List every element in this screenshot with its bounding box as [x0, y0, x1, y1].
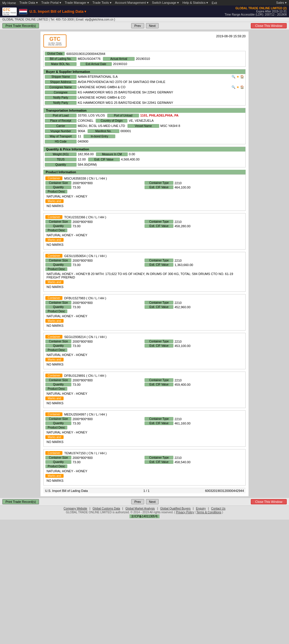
- close-button-bottom[interactable]: Close This Window: [251, 499, 287, 504]
- product-desc-value-1: NATURAL HONEY - HONEY: [45, 233, 244, 237]
- close-button-top[interactable]: Close This Window: [251, 23, 287, 28]
- nav-exit[interactable]: Exit: [212, 1, 217, 5]
- header-right: GLOBAL TRADE ONLINE LIMITED (2) Expire A…: [225, 7, 287, 16]
- container-type-label-3: Container Type: [144, 301, 173, 305]
- content-logo: GTC GLOBAL TRADEONLINE LIMITED: [43, 34, 66, 47]
- container-badge-2: Container: [45, 254, 62, 258]
- transport-title: Transportation Information: [44, 108, 245, 113]
- vessel-name-label: Vessel Name: [127, 124, 159, 128]
- quantity-label-0: Quantity: [45, 185, 71, 189]
- footer-privacy[interactable]: Privacy Policy: [176, 511, 194, 514]
- product-block-0: Container MSCU6358338 ( CN / L / HH ) Co…: [43, 174, 246, 211]
- container-size-label-7: Container Size: [45, 456, 71, 460]
- estcif-label-1: Estl. CIF Value: [144, 224, 173, 228]
- nav-trademanager[interactable]: Trade Manager ▾: [65, 1, 89, 5]
- next-button-top[interactable]: Next: [146, 23, 159, 28]
- print-button-bottom[interactable]: Print Trade Record(s): [2, 499, 39, 504]
- quantity-estcif-row-2: Quantity 73.00 Estl. CIF Value 1,363,660…: [45, 263, 244, 267]
- consignee-value: KG HAMMOORER WEG 25 BARGTEHEIDE SH 22941…: [78, 91, 244, 94]
- container-row-7: Container TEMU3747150 ( CN / L / HH ): [45, 451, 244, 455]
- footer-link-contact[interactable]: Contact Us: [211, 507, 225, 510]
- star-icon-consignee[interactable]: ★: [236, 85, 239, 89]
- nav-switchlang[interactable]: Switch Language ▾: [152, 1, 179, 5]
- home-icon-consignee[interactable]: 🏠: [240, 85, 244, 89]
- star-icon-shipper[interactable]: ★: [236, 75, 239, 79]
- weight-row: Weight (KG) 182,958.00 Measure In CM 0.0…: [44, 152, 245, 157]
- top-navigation: My Home Trade Data ▾ Trade Portal ▾ Trad…: [0, 0, 289, 5]
- transport-section: Transportation Information Port of Load …: [43, 108, 246, 144]
- footer-link-buyers[interactable]: Global Qualified Buyers: [160, 507, 190, 510]
- container-type-value-5: 2210: [175, 379, 181, 382]
- estcif-value-5: 459,400.00: [175, 383, 190, 386]
- bottom-page-info: 1 / 1: [143, 489, 149, 492]
- notify1-label: Notify Party: [45, 96, 77, 99]
- port-unload-value: 1101, PHILADELPHIA, PA: [140, 114, 178, 117]
- container-type-value-1: 2210: [175, 220, 181, 224]
- footer-terms[interactable]: Terms & Conditions: [196, 511, 221, 514]
- container-type-value-7: 2210: [175, 456, 181, 460]
- search-icon-consignee[interactable]: 🔍: [231, 85, 236, 89]
- quantity-label-5: Quantity: [45, 383, 71, 386]
- container-size-type-row-3: Container Size 2000*800*800 Container Ty…: [45, 301, 244, 305]
- nav-items: My Home Trade Data ▾ Trade Portal ▾ Trad…: [2, 1, 217, 5]
- container-badge-3: Container: [45, 296, 62, 300]
- main-content: GTC GLOBAL TRADEONLINE LIMITED 2019-08-0…: [40, 32, 249, 496]
- quantity-value-6: 73.00: [73, 422, 81, 425]
- product-block-4: Container SEGU2938214 ( CN / L / HH ) Co…: [43, 333, 246, 369]
- header-left: GTC GLOBAL TRADEONLINE U.S. Import Bill …: [2, 8, 86, 16]
- bottom-record-id: 6003201903120000442944: [205, 489, 244, 492]
- product-desc-section-2: Product Desc NATURAL HONEY - HONEY:B 20 …: [45, 267, 244, 280]
- global-data-section: Global Data 6003201903120000442944 Bill …: [43, 51, 246, 67]
- container-type-label-6: Container Type: [144, 417, 173, 421]
- bottom-left-label: U.S. Import Bill of Lading Data: [45, 489, 88, 492]
- content-logo-text: GTC: [49, 36, 60, 42]
- home-icon-shipper[interactable]: 🏠: [240, 75, 244, 79]
- nav-myhome[interactable]: My Home: [2, 1, 16, 5]
- nav-tradedata[interactable]: Trade Data ▾: [19, 1, 38, 5]
- quantity-value-5: 73.00: [73, 383, 81, 386]
- quantity-row: Quantity 584.00(DRM): [44, 162, 245, 167]
- marks-value-7: NO MARKS: [45, 478, 244, 483]
- actual-arrival-label: Actual Arrival: [103, 57, 135, 61]
- marks-label-6: Marks and: [45, 435, 64, 439]
- footer-link-customs[interactable]: Global Customs Data: [92, 507, 120, 510]
- search-icon-shipper[interactable]: 🔍: [231, 75, 236, 79]
- global-data-label: Global Data: [45, 52, 65, 56]
- mator-row: Mator BOL No. Esti Arrival Date 20190310: [44, 61, 245, 67]
- container-row-6: Container MEDU2504997 ( CN / L / HH ): [45, 412, 244, 416]
- marks-label-2: Marks and: [45, 280, 64, 284]
- container-value-3: DFBU1527983 ( CN / L / HH ): [64, 296, 106, 300]
- container-type-value-3: 2210: [175, 301, 181, 305]
- estcif-label-0: Estl. CIF Value: [144, 185, 173, 189]
- estcif-label-3: Estl. CIF Value: [144, 305, 173, 309]
- product-desc-value-5: NATURAL HONEY - HONEY: [45, 391, 244, 396]
- print-button-top[interactable]: Print Trade Record(s): [2, 23, 39, 28]
- nav-tradetools[interactable]: Trade Tools ▾: [92, 1, 112, 5]
- nav-helpstats[interactable]: Help & Statistics ▾: [182, 1, 208, 5]
- prev-button-top[interactable]: Prev: [131, 23, 144, 28]
- header-bar: GTC GLOBAL TRADEONLINE U.S. Import Bill …: [0, 5, 289, 17]
- container-type-value-4: 2210: [175, 340, 181, 343]
- container-size-type-row-7: Container Size 2000*800*800 Container Ty…: [45, 456, 244, 460]
- product-desc-section-1: Product Desc NATURAL HONEY - HONEY: [45, 228, 244, 237]
- footer-link-enquiry[interactable]: Enquiry: [196, 507, 206, 510]
- container-size-type-row-4: Container Size 2000*800*800 Container Ty…: [45, 339, 244, 343]
- bol-label: Bill of Lading No.: [45, 57, 77, 61]
- quantity-value-7: 73.00: [73, 460, 81, 464]
- nav-accountmgmt[interactable]: Account Management ▾: [115, 1, 149, 5]
- marks-value-3: NO MARKS: [45, 323, 244, 328]
- mator-bol-label: Mator BOL No.: [45, 62, 77, 66]
- footer-link-company[interactable]: Company Website: [64, 507, 87, 510]
- product-block-3: Container DFBU1527983 ( CN / L / HH ) Co…: [43, 294, 246, 331]
- shipper-name-row: Shipper Name NAMA BTERNATIONAL S.A 🔍 ★ 🏠: [44, 74, 245, 79]
- logo: GTC GLOBAL TRADEONLINE: [2, 8, 17, 16]
- footer-link-market[interactable]: Global Market Analysis: [125, 507, 155, 510]
- container-type-value-0: 2210: [175, 181, 181, 185]
- marks-section-6: Marks and NO MARKS: [45, 435, 244, 444]
- next-button-bottom[interactable]: Next: [146, 499, 159, 504]
- voyage-value: 906A: [78, 129, 85, 133]
- product-desc-value-6: NATURAL HONEY - HONEY: [45, 430, 244, 435]
- prev-button-bottom[interactable]: Prev: [131, 499, 144, 504]
- measure-value: 0.00: [129, 152, 135, 156]
- nav-tradeportal[interactable]: Trade Portal ▾: [41, 1, 61, 5]
